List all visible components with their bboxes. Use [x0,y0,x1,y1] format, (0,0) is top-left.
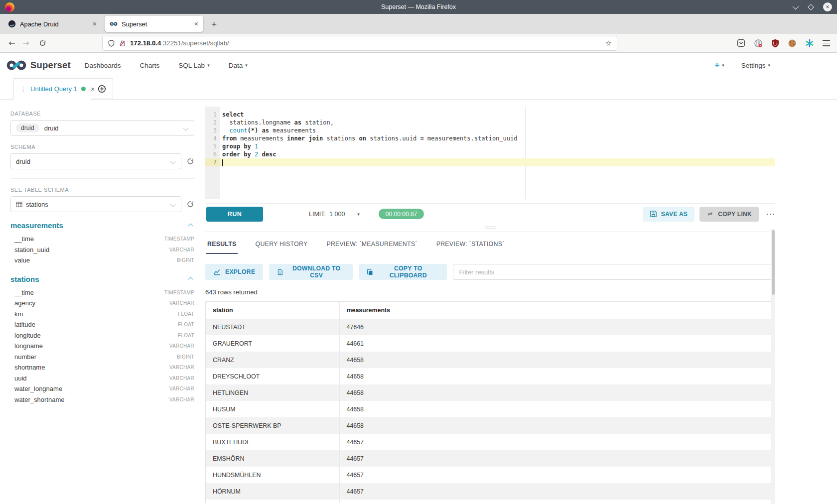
table-row[interactable]: HUNDSMÜHLEN 44657 [206,467,775,483]
table-row[interactable]: KRAUTSAND 44657 [206,500,775,503]
station-cell: EMSHÖRN [206,450,339,467]
tab-query-history[interactable]: QUERY HISTORY [255,232,309,254]
tab-preview-stations[interactable]: PREVIEW: `STATIONS` [435,232,506,254]
superset-brand[interactable]: Superset [6,59,71,71]
column-row: agency VARCHAR [10,298,194,309]
insecure-lock-icon[interactable] [119,39,126,47]
more-options-icon[interactable]: ⋯ [766,209,775,219]
rows-returned-text: 643 rows returned [205,288,775,296]
table-row[interactable]: HÖRNUM 44657 [206,483,775,500]
table-row[interactable]: NEUSTADT 47646 [206,319,775,335]
reload-icon[interactable] [39,39,46,47]
new-tab-button[interactable]: + [206,19,222,29]
druid-favicon [8,20,16,28]
sql-editor[interactable]: 1234567 select stations.longname as stat… [205,107,775,199]
nav-item-sql-lab[interactable]: SQL Lab▾ [178,62,209,69]
table-section-stations[interactable]: stations [10,275,194,283]
station-cell: BUXTEHUDE [206,434,339,450]
table-row[interactable]: BUXTEHUDE 44657 [206,434,775,450]
tab-preview-measurements[interactable]: PREVIEW: `MEASUREMENTS` [325,232,418,254]
chevron-down-icon [170,158,175,164]
back-icon[interactable]: ← [5,38,19,48]
table-row[interactable]: DREYSCHLOOT 44658 [206,368,775,384]
menu-icon[interactable] [823,40,830,46]
collapse-icon[interactable] [188,223,193,229]
tab-close-icon[interactable]: × [93,20,97,28]
query-tabbar: ⋮ Untitled Query 1 × [0,78,837,100]
column-name: water_shortname [14,396,64,403]
tab-close-icon[interactable]: × [194,20,198,28]
collapse-icon[interactable] [188,277,193,282]
explore-button[interactable]: EXPLORE [205,264,263,280]
copy-link-button[interactable]: COPY LINK [699,207,759,222]
drag-grip-icon[interactable] [485,227,496,230]
code-line-4[interactable]: from measurements inner join stations on… [220,134,775,142]
code-line-6[interactable]: order by 2 desc [220,150,775,158]
browser-tab-superset[interactable]: Superset × [105,16,203,32]
limit-dropdown-icon[interactable]: ▾ [357,212,360,217]
refresh-schema-icon[interactable] [186,157,194,165]
refresh-table-icon[interactable] [186,200,194,208]
table-row[interactable]: OSTE-SPERRWERK BP 44658 [206,417,775,434]
add-new-button[interactable]: +▾ [714,60,724,70]
editor-code[interactable]: select stations.longname as station, cou… [220,107,775,199]
pocket-icon[interactable] [737,39,745,47]
station-cell: CRANZ [206,352,339,368]
download-csv-button[interactable]: DOWNLOAD TO CSV [269,264,353,280]
code-line-3[interactable]: count(*) as measurements [220,126,775,134]
column-header-measurements[interactable]: measurements [339,302,775,319]
pane-splitter[interactable] [205,224,775,232]
code-line-7[interactable] [220,158,775,166]
save-as-button[interactable]: SAVE AS [643,207,695,222]
table-name[interactable]: stations [10,275,39,283]
url-text: 172.18.0.4:32251/superset/sqllab/ [130,39,229,47]
query-tab[interactable]: ⋮ Untitled Query 1 × [13,78,91,100]
database-select[interactable]: druid druid [10,120,194,136]
run-button[interactable]: RUN [206,207,263,222]
account-extension-icon[interactable] [754,39,763,48]
measurements-cell: 44657 [339,483,775,500]
column-row: water_longname VARCHAR [10,383,194,394]
chevron-down-icon: ▾ [768,63,770,68]
table-row[interactable]: CRANZ 44658 [206,352,775,368]
column-type: TIMESTAMP [164,236,194,242]
drag-handle-icon[interactable]: ⋮ [20,85,26,93]
table-row[interactable]: HETLINGEN 44658 [206,384,775,401]
sparkle-extension-icon[interactable] [805,39,814,48]
schema-select[interactable]: druid [10,153,181,169]
table-name[interactable]: measurements [10,221,63,230]
table-select[interactable]: stations [10,196,181,212]
copy-to-clipboard-button[interactable]: COPY TO CLIPBOARD [359,264,446,280]
table-row[interactable]: HUSUM 44658 [206,401,775,417]
window-minimize-icon[interactable] [793,3,799,9]
table-row[interactable]: EMSHÖRN 44657 [206,450,775,467]
code-line-5[interactable]: group by 1 [220,142,775,150]
scrollbar-thumb[interactable] [772,230,775,295]
code-line-1[interactable]: select [220,111,775,119]
settings-menu[interactable]: Settings▾ [741,62,770,69]
code-line-2[interactable]: stations.longname as station, [220,119,775,126]
window-close-button[interactable]: × [823,2,832,11]
url-bar[interactable]: 172.18.0.4:32251/superset/sqllab/ ☆ [102,36,617,51]
shield-icon[interactable] [108,39,115,47]
results-scrollbar[interactable] [771,229,775,504]
add-query-tab-button[interactable] [91,78,113,99]
filter-results-input[interactable] [453,264,775,280]
tab-results[interactable]: RESULTS [206,232,238,254]
nav-item-data[interactable]: Data▾ [229,62,248,69]
table-section-measurements[interactable]: measurements [10,221,194,230]
window-maximize-icon[interactable] [808,4,814,10]
nav-item-charts[interactable]: Charts [140,62,160,69]
limit-value[interactable]: 1 000 [329,211,345,218]
bookmark-star-icon[interactable]: ☆ [605,39,612,48]
chevron-down-icon [170,201,175,207]
column-header-station[interactable]: station [206,302,339,319]
nav-item-dashboards[interactable]: Dashboards [85,62,121,69]
browser-tab-druid[interactable]: Apache Druid × [3,16,102,32]
browser-tab-title: Superset [122,20,147,28]
ublock-icon[interactable] [771,39,779,48]
cookie-icon[interactable] [788,39,797,48]
forward-icon[interactable]: → [19,38,33,48]
table-row[interactable]: GRAUERORT 44661 [206,335,775,352]
results-table-wrap: station measurements NEUSTADT 47646 GRAU… [205,301,775,503]
